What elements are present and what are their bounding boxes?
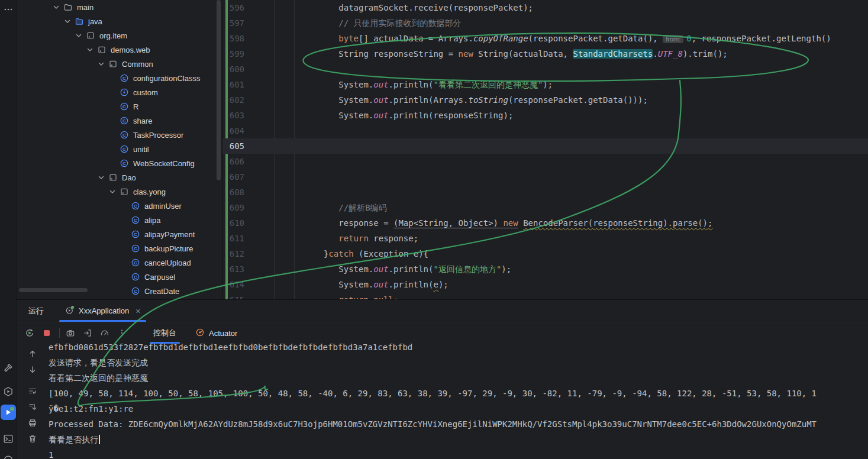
code-token: [] actualData = Arrays. — [359, 34, 473, 43]
line-number[interactable]: 613 — [222, 261, 254, 277]
tree-item-clas.yong[interactable]: clas.yong — [17, 185, 222, 199]
tree-item-unitil[interactable]: Cunitil — [17, 142, 222, 156]
code-line[interactable]: 603System.out.println(responseString); — [222, 108, 868, 123]
code-line[interactable]: 613System.out.println("返回信息的地方"); — [222, 261, 868, 277]
line-number[interactable]: 601 — [222, 77, 254, 92]
tree-item-TaskProcessor[interactable]: CTaskProcessor — [17, 128, 222, 142]
code-token: byte — [338, 34, 359, 43]
code-line[interactable]: 608 — [222, 185, 868, 200]
arrow-up-icon[interactable] — [28, 349, 37, 358]
svg-text:C: C — [122, 147, 126, 152]
line-number[interactable]: 597 — [222, 15, 254, 31]
code-line[interactable]: 599String responseString = new String(ac… — [222, 46, 868, 62]
tab-console[interactable]: 控制台 — [150, 322, 180, 344]
chevron-down-icon[interactable] — [108, 187, 120, 196]
rerun-icon[interactable] — [25, 328, 34, 338]
tab-actuator[interactable]: Actuator — [195, 328, 237, 339]
tree-item-main[interactable]: main — [17, 0, 222, 14]
more-icon[interactable] — [1, 2, 15, 17]
camera-icon[interactable] — [66, 328, 75, 338]
code-line[interactable]: 600 — [222, 62, 868, 77]
code-line[interactable]: 598byte[] actualData = Arrays.copyOfRang… — [222, 31, 868, 46]
run-configuration-tab[interactable]: XxxApplication × — [59, 300, 146, 322]
code-line[interactable]: 604 — [222, 123, 868, 138]
code-editor[interactable]: 596datagramSocket.receive(responsePacket… — [222, 0, 868, 299]
code-line[interactable]: 612}catch (Exception e){ — [222, 246, 868, 261]
tree-item-Common[interactable]: Common — [17, 57, 222, 71]
tree-item-configurationClasss[interactable]: CconfigurationClasss — [17, 71, 222, 85]
tree-item-org.item[interactable]: org.item — [17, 28, 222, 43]
tree-item-share[interactable]: Cshare — [17, 114, 222, 128]
chevron-down-icon[interactable] — [85, 45, 97, 54]
code-line[interactable]: 609//解析B编码 — [222, 200, 868, 215]
tree-item-alipayPayment[interactable]: CalipayPayment — [17, 227, 222, 241]
tree-item-demos.web[interactable]: demos.web — [17, 43, 222, 57]
stop-icon[interactable] — [42, 328, 51, 338]
console-output[interactable]: efbfbd0861d533f2827efbfbd1defbfbd1eefbfb… — [17, 344, 868, 459]
profiler-icon[interactable] — [1, 453, 15, 459]
code-line[interactable]: 615return null; — [222, 292, 868, 299]
class-icon: C — [131, 272, 140, 282]
tree-item-alipa[interactable]: Calipa — [17, 213, 222, 227]
tree-item-adminUser[interactable]: CadminUser — [17, 199, 222, 213]
code-text: return response; — [254, 231, 868, 246]
line-number[interactable]: 610 — [222, 215, 254, 231]
chevron-down-icon[interactable] — [63, 17, 75, 26]
tree-item-custom[interactable]: custom — [17, 85, 222, 99]
code-line[interactable]: 606 — [222, 154, 868, 169]
build-hammer-icon[interactable] — [1, 361, 15, 375]
code-line[interactable]: 597// 只使用实际接收到的数据部分 — [222, 15, 868, 31]
tree-vertical-scrollbar[interactable] — [217, 0, 221, 180]
line-number[interactable]: 602 — [222, 92, 254, 108]
code-line[interactable]: 602System.out.println(Arrays.toString(re… — [222, 92, 868, 108]
chevron-down-icon[interactable] — [96, 173, 108, 182]
line-number[interactable]: 598 — [222, 31, 254, 46]
code-line[interactable]: 611return response; — [222, 231, 868, 246]
line-number[interactable]: 608 — [222, 185, 254, 200]
terminal-icon[interactable] — [1, 432, 15, 446]
chevron-down-icon[interactable] — [74, 31, 86, 40]
scroll-to-end-icon[interactable] — [28, 402, 37, 412]
code-line[interactable]: 605 — [222, 138, 868, 154]
tree-item-cancelUpload[interactable]: CcancelUpload — [17, 256, 222, 270]
tree-item-Dao[interactable]: Dao — [17, 170, 222, 185]
tree-item-WebSocketConfig[interactable]: CWebSocketConfig — [17, 156, 222, 170]
line-number[interactable]: 614 — [222, 277, 254, 292]
code-line[interactable]: 601System.out.println("看看第二次返回的是神恶魔"); — [222, 77, 868, 92]
line-number[interactable]: 605 — [222, 138, 254, 154]
line-number[interactable]: 611 — [222, 231, 254, 246]
line-number[interactable]: 600 — [222, 62, 254, 77]
line-number[interactable]: 612 — [222, 246, 254, 261]
line-number[interactable]: 604 — [222, 123, 254, 138]
code-line[interactable]: 596datagramSocket.receive(responsePacket… — [222, 0, 868, 15]
line-number[interactable]: 606 — [222, 154, 254, 169]
more-vertical-icon[interactable] — [117, 328, 127, 338]
arrow-down-icon[interactable] — [28, 365, 37, 374]
tree-horizontal-scrollbar[interactable] — [19, 288, 88, 292]
code-line[interactable]: 607 — [222, 169, 868, 185]
line-number[interactable]: 603 — [222, 108, 254, 123]
print-icon[interactable] — [28, 418, 37, 428]
line-number[interactable]: 607 — [222, 169, 254, 185]
line-number[interactable]: 615 — [222, 292, 254, 299]
tree-item-label: backupPicture — [144, 244, 193, 253]
chevron-down-icon[interactable] — [51, 2, 63, 12]
run-tool-window-icon[interactable] — [1, 405, 16, 420]
close-icon[interactable]: × — [135, 306, 140, 316]
tree-item-Carpusel[interactable]: CCarpusel — [17, 270, 222, 284]
tree-item-R[interactable]: CR — [17, 99, 222, 114]
code-line[interactable]: 614System.out.println(e); — [222, 277, 868, 292]
code-token: new — [459, 49, 473, 59]
clear-icon[interactable] — [28, 434, 37, 444]
services-icon[interactable] — [1, 384, 15, 399]
line-number[interactable]: 609 — [222, 200, 254, 215]
chevron-down-icon[interactable] — [96, 59, 108, 69]
code-line[interactable]: 610response = (Map<String, Object>) new … — [222, 215, 868, 231]
line-number[interactable]: 596 — [222, 0, 254, 15]
gauge-icon[interactable] — [100, 328, 109, 338]
import-console-icon[interactable] — [83, 328, 92, 338]
tree-item-backupPicture[interactable]: CbackupPicture — [17, 241, 222, 256]
soft-wrap-icon[interactable] — [28, 386, 37, 396]
tree-item-java[interactable]: java — [17, 14, 222, 28]
line-number[interactable]: 599 — [222, 46, 254, 62]
